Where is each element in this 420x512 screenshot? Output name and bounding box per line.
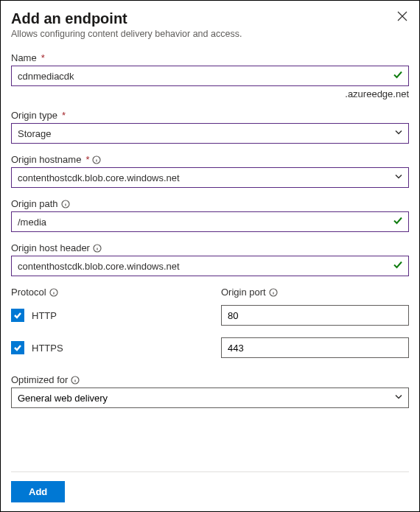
info-icon[interactable] [71, 376, 80, 385]
origin-host-header-label: Origin host header [11, 242, 90, 253]
origin-path-label: Origin path [11, 198, 58, 209]
info-icon[interactable] [93, 244, 102, 253]
info-icon[interactable] [61, 200, 70, 208]
origin-type-select[interactable] [11, 123, 409, 144]
origin-path-input[interactable] [11, 211, 409, 232]
add-button[interactable]: Add [11, 481, 65, 502]
name-suffix: .azureedge.net [11, 88, 409, 99]
close-icon [397, 11, 407, 21]
origin-port-label: Origin port [221, 287, 266, 298]
protocol-label: Protocol [11, 287, 46, 298]
origin-type-label: Origin type [11, 110, 57, 121]
required-indicator: * [62, 110, 66, 121]
required-indicator: * [41, 52, 45, 63]
required-indicator: * [85, 154, 89, 165]
optimized-for-label: Optimized for [11, 374, 68, 385]
info-icon[interactable] [49, 288, 58, 297]
check-icon [393, 70, 403, 83]
https-port-input[interactable] [221, 337, 409, 358]
https-label: HTTPS [32, 343, 63, 354]
name-input[interactable] [11, 66, 409, 86]
origin-hostname-label: Origin hostname [11, 154, 81, 165]
http-label: HTTP [32, 310, 57, 321]
origin-hostname-select[interactable] [11, 167, 409, 188]
info-icon[interactable] [92, 155, 101, 164]
origin-host-header-input[interactable] [11, 256, 409, 276]
check-icon [393, 260, 403, 273]
optimized-for-select[interactable] [11, 387, 409, 408]
page-title: Add an endpoint [11, 10, 242, 27]
https-checkbox[interactable] [11, 341, 24, 354]
name-label: Name [11, 52, 37, 63]
http-checkbox[interactable] [11, 309, 24, 322]
info-icon[interactable] [269, 288, 278, 297]
check-icon [393, 216, 403, 228]
close-button[interactable] [396, 10, 409, 25]
http-port-input[interactable] [221, 305, 409, 326]
page-subtitle: Allows configuring content delivery beha… [11, 29, 242, 39]
